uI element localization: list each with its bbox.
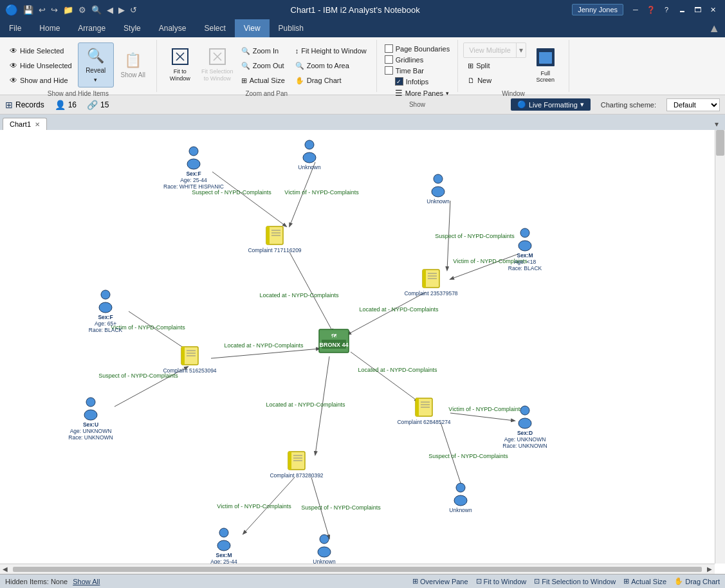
page-boundaries-check[interactable]: Page Boundaries — [382, 44, 452, 53]
actual-size-bottom-btn[interactable]: ⊞ Actual Size — [623, 577, 666, 585]
svg-text:Complaint 717116209: Complaint 717116209 — [248, 247, 301, 253]
svg-text:Complaint 628485274: Complaint 628485274 — [397, 419, 450, 425]
fit-selection-bottom-btn[interactable]: ⊡ Fit Selection to Window — [534, 577, 616, 585]
menu-analyse[interactable]: Analyse — [150, 19, 196, 37]
node-n3[interactable]: Unknown — [427, 174, 450, 205]
edge-label14: Victim of - NYPD-Complaints — [217, 503, 291, 510]
scrollbar-thumb-horizontal[interactable] — [13, 567, 702, 572]
svg-rect-43 — [423, 270, 426, 288]
window-buttons: View Multiple ▾ ⊞ Split 🗋 New F — [463, 42, 564, 87]
minimize-window-button[interactable]: 🗕 — [675, 3, 689, 17]
hide-unselected-button[interactable]: 👁 Hide Unselected — [5, 59, 77, 73]
tab-expand-button[interactable]: ▾ — [711, 118, 722, 130]
gridlines-check[interactable]: Gridlines — [382, 55, 452, 64]
menu-home[interactable]: Home — [30, 19, 69, 37]
scrollbar-thumb-vertical[interactable] — [716, 130, 724, 156]
node-n1[interactable]: Sex:F Age: 25-44 Race: WHITE HISPANIC — [163, 147, 224, 190]
node-n2[interactable]: Unknown — [298, 140, 321, 170]
overview-pane-icon: ⊞ — [412, 577, 418, 585]
link-count: 🔗 15 — [87, 100, 109, 110]
redo-icon[interactable]: ↪ — [50, 4, 59, 16]
hide-selected-button[interactable]: 👁 Hide Selected — [5, 44, 77, 58]
user-button[interactable]: Jenny Jones — [572, 4, 623, 15]
infotips-checkbox[interactable]: ✓ — [395, 77, 403, 86]
fit-height-button[interactable]: ↕ Fit Height to Window — [291, 44, 371, 58]
new-window-button[interactable]: 🗋 New — [463, 73, 526, 87]
ribbon-group-window: View Multiple ▾ ⊞ Split 🗋 New F — [458, 40, 569, 92]
settings-icon[interactable]: ⚙ — [77, 4, 87, 16]
node-n8[interactable]: Sex:F Age: 65+ Race: BLACK — [89, 290, 123, 333]
menu-arrange[interactable]: Arrange — [69, 19, 115, 37]
charting-scheme-select[interactable]: Default — [666, 98, 720, 111]
svg-point-32 — [519, 241, 531, 251]
menu-style[interactable]: Style — [115, 19, 150, 37]
node-n16[interactable]: Unknown — [313, 535, 336, 564]
title-bar-left: 🔵 💾 ↩ ↪ 📁 ⚙ 🔍 ◀ ▶ ↺ — [5, 4, 138, 16]
node-n13[interactable]: Unknown — [449, 483, 472, 513]
node-n7[interactable]: 🗺 BRONX 44 — [319, 329, 349, 353]
node-n10[interactable]: Sex:U Age: UNKNOWN Race: UNKNOWN — [68, 398, 113, 441]
node-n14[interactable]: Complaint 873280392 — [270, 452, 323, 479]
save-icon[interactable]: 💾 — [22, 4, 35, 16]
tab-close-icon[interactable]: ✕ — [35, 121, 40, 128]
time-bar-checkbox[interactable] — [385, 66, 393, 75]
zoom-out-button[interactable]: 🔍 Zoom Out — [237, 59, 289, 73]
menu-publish[interactable]: Publish — [270, 19, 313, 37]
maximize-window-button[interactable]: 🗖 — [690, 3, 704, 17]
scroll-left-arrow[interactable]: ◀ — [0, 565, 10, 573]
back-icon[interactable]: ◀ — [106, 4, 115, 16]
ribbon-collapse-button[interactable]: ▲ — [708, 22, 720, 35]
chart1-tab[interactable]: Chart1 ✕ — [3, 118, 47, 130]
view-multiple-dropdown[interactable]: ▾ — [516, 43, 526, 57]
svg-text:BRONX 44: BRONX 44 — [319, 342, 348, 348]
split-button[interactable]: ⊞ Split — [463, 59, 526, 73]
forward-icon[interactable]: ▶ — [117, 4, 126, 16]
refresh-icon[interactable]: ↺ — [129, 4, 138, 16]
menu-file[interactable]: File — [0, 19, 30, 37]
undo-icon[interactable]: ↩ — [37, 4, 47, 16]
records-tab[interactable]: ⊞ Records — [5, 100, 44, 110]
node-n5[interactable]: Complaint 717116209 — [248, 226, 301, 253]
show-all-button[interactable]: 📋 Show All — [115, 42, 151, 87]
show-and-hide-button[interactable]: 👁 Show and Hide — [5, 73, 77, 87]
live-formatting-button[interactable]: 🔵 Live Formatting ▾ — [511, 98, 591, 111]
fit-selection-to-window-button[interactable]: Fit Selectionto Window — [199, 42, 235, 87]
zoom-to-area-button[interactable]: 🔍 Zoom to Area — [291, 59, 371, 73]
node-n6[interactable]: Complaint 235379578 — [404, 270, 457, 297]
svg-text:🗺: 🗺 — [331, 333, 337, 339]
full-screen-button[interactable]: FullScreen — [528, 42, 564, 87]
fit-to-window-bottom-btn[interactable]: ⊡ Fit to Window — [476, 577, 527, 585]
node-n11[interactable]: Complaint 628485274 — [397, 398, 450, 425]
page-boundaries-checkbox[interactable] — [385, 44, 393, 53]
node-n12[interactable]: Sex:D Age: UNKNOWN Race: UNKNOWN — [502, 406, 547, 449]
time-bar-check[interactable]: Time Bar — [382, 66, 452, 75]
search-icon[interactable]: 🔍 — [90, 4, 103, 16]
fit-to-window-button[interactable]: Fit toWindow — [162, 42, 198, 87]
menu-view[interactable]: View — [235, 19, 270, 37]
reveal-button[interactable]: 🔍 Reveal ▾ — [78, 42, 114, 87]
drag-chart-bottom-btn[interactable]: ✋ Drag Chart — [674, 577, 720, 585]
open-icon[interactable]: 📁 — [62, 4, 75, 16]
horizontal-scrollbar[interactable]: ◀ ▶ — [0, 564, 715, 574]
infotips-check[interactable]: ✓ Infotips — [392, 77, 452, 86]
actual-size-button[interactable]: ⊞ Actual Size — [237, 73, 289, 87]
close-window-button[interactable]: ✕ — [706, 3, 720, 17]
show-all-icon: 📋 — [124, 52, 142, 69]
show-all-link[interactable]: Show All — [73, 578, 100, 585]
menu-select[interactable]: Select — [195, 19, 234, 37]
vertical-scrollbar[interactable] — [715, 130, 725, 564]
network-graph[interactable]: Suspect of - NYPD-Complaints Victim of -… — [0, 130, 715, 564]
scroll-right-arrow[interactable]: ▶ — [704, 565, 715, 573]
node-n9[interactable]: Complaint 516253094 — [163, 347, 216, 374]
more-panes-check[interactable]: ☰ More Panes ▾ — [392, 87, 452, 98]
restore-button[interactable]: ❓ — [644, 3, 658, 17]
zoom-in-button[interactable]: 🔍 Zoom In — [237, 44, 289, 58]
view-multiple-button[interactable]: View Multiple ▾ — [463, 42, 526, 58]
node-n15[interactable]: Sex:M Age: 25-44 Race: BLACK — [207, 528, 241, 564]
help-button[interactable]: ? — [659, 3, 674, 17]
drag-chart-button[interactable]: ✋ Drag Chart — [291, 73, 371, 87]
overview-pane-bottom-btn[interactable]: ⊞ Overview Pane — [412, 577, 468, 585]
gridlines-checkbox[interactable] — [385, 55, 393, 64]
svg-point-80 — [454, 495, 467, 506]
minimize-button[interactable]: ─ — [629, 3, 643, 17]
